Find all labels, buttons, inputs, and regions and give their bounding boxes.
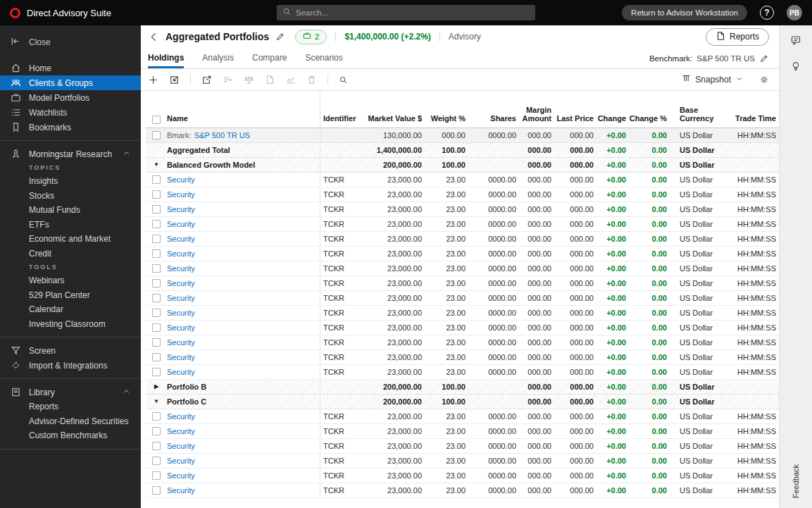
sidebar-item-advisor-defined-securities[interactable]: Advisor-Defined Securities xyxy=(0,414,141,429)
table-row-security[interactable]: SecurityTCKR23,000.0023.000000.00000.000… xyxy=(146,306,779,321)
security-link[interactable]: Security xyxy=(167,442,198,450)
table-row-security[interactable]: SecurityTCKR23,000.0023.000000.00000.000… xyxy=(146,291,779,306)
table-row-security[interactable]: SecurityTCKR23,000.0023.000000.00000.000… xyxy=(146,247,779,261)
row-checkbox[interactable] xyxy=(152,131,161,140)
row-checkbox[interactable] xyxy=(152,457,161,465)
tab-compare[interactable]: Compare xyxy=(252,48,287,68)
chart-button[interactable] xyxy=(285,75,296,85)
table-row-security[interactable]: SecurityTCKR23,000.0023.000000.00000.000… xyxy=(146,173,779,187)
table-row-security[interactable]: SecurityTCKR23,000.0023.000000.00000.000… xyxy=(146,232,779,247)
global-search[interactable] xyxy=(277,5,535,20)
sidebar-item-webinars[interactable]: Webinars xyxy=(0,273,141,288)
table-row-security[interactable]: SecurityTCKR23,000.0023.000000.00000.000… xyxy=(146,187,779,202)
import-button[interactable] xyxy=(169,75,180,85)
row-checkbox[interactable] xyxy=(152,486,161,495)
tab-analysis[interactable]: Analysis xyxy=(202,48,234,68)
sidebar-item-morningstar-research[interactable]: Morningstar Research xyxy=(0,147,141,161)
back-button[interactable] xyxy=(148,31,160,43)
sidebar-item-calendar[interactable]: Calendar xyxy=(0,302,141,317)
feedback-tab[interactable]: Feedback xyxy=(792,464,800,498)
security-link[interactable]: Security xyxy=(167,205,198,213)
table-row-portfolio-c[interactable]: ▼Portfolio C200,000.00100.00000.00000.00… xyxy=(146,395,779,409)
comments-icon[interactable] xyxy=(790,35,801,49)
collapse-group-icon[interactable]: ▼ xyxy=(154,162,159,168)
security-link[interactable]: Security xyxy=(167,368,198,376)
table-row-security[interactable]: SecurityTCKR23,000.0023.000000.00000.000… xyxy=(146,469,779,483)
snapshot-view-selector[interactable]: Snapshot xyxy=(682,74,744,85)
tab-holdings[interactable]: Holdings xyxy=(148,48,184,68)
row-checkbox[interactable] xyxy=(152,220,161,228)
sidebar-item-screen[interactable]: Screen xyxy=(0,343,141,358)
security-link[interactable]: Security xyxy=(167,412,198,421)
table-row-security[interactable]: SecurityTCKR23,000.0023.000000.00000.000… xyxy=(146,335,779,350)
row-checkbox[interactable] xyxy=(152,264,161,273)
select-all-checkbox[interactable] xyxy=(152,116,161,124)
security-link[interactable]: Security xyxy=(167,220,198,228)
sidebar-item-investing-classroom[interactable]: Investing Classroom xyxy=(0,317,141,332)
gear-icon[interactable] xyxy=(759,75,769,85)
row-checkbox[interactable] xyxy=(152,442,161,450)
sidebar-item-clients-groups[interactable]: Clients & Groups xyxy=(0,75,141,90)
row-checkbox[interactable] xyxy=(152,279,161,287)
security-link[interactable]: Security xyxy=(167,264,198,273)
row-checkbox[interactable] xyxy=(152,205,161,213)
security-link[interactable]: Security xyxy=(167,235,198,243)
rebalance-button[interactable] xyxy=(244,75,254,85)
table-row-security[interactable]: SecurityTCKR23,000.0023.000000.00000.000… xyxy=(146,202,779,217)
security-link[interactable]: Security xyxy=(167,486,198,495)
table-row-security[interactable]: SecurityTCKR23,000.0023.000000.00000.000… xyxy=(146,424,779,439)
row-checkbox[interactable] xyxy=(152,249,161,258)
return-to-workstation-button[interactable]: Return to Advisor Workstation xyxy=(622,5,747,20)
table-row-s-p-500-tr-us[interactable]: Bmark: S&P 500 TR US130,000.00000.000000… xyxy=(146,128,779,143)
row-checkbox[interactable] xyxy=(152,309,161,317)
add-button[interactable] xyxy=(148,75,158,85)
security-link[interactable]: Security xyxy=(167,323,198,332)
collapse-group-icon[interactable]: ▼ xyxy=(154,399,159,404)
sidebar-item-reports[interactable]: Reports xyxy=(0,399,141,414)
security-link[interactable]: Security xyxy=(167,457,198,465)
table-row-security[interactable]: SecurityTCKR23,000.0023.000000.00000.000… xyxy=(146,350,779,365)
sidebar-item-stocks[interactable]: Stocks xyxy=(0,189,141,204)
add-to-list-button[interactable] xyxy=(223,75,233,85)
lightbulb-icon[interactable] xyxy=(790,61,801,75)
sidebar-close-button[interactable]: Close xyxy=(0,25,141,49)
security-link[interactable]: Security xyxy=(167,353,198,361)
security-link[interactable]: Security xyxy=(167,471,198,480)
help-icon[interactable]: ? xyxy=(760,6,774,20)
sidebar-item-watchlists[interactable]: Watchlists xyxy=(0,105,141,120)
reports-button[interactable]: Reports xyxy=(706,28,769,46)
row-checkbox[interactable] xyxy=(152,427,161,435)
table-row-security[interactable]: SecurityTCKR23,000.0023.000000.00000.000… xyxy=(146,365,779,380)
table-row-security[interactable]: SecurityTCKR23,000.0023.000000.00000.000… xyxy=(146,261,779,276)
global-search-input[interactable] xyxy=(296,8,521,17)
edit-benchmark-icon[interactable] xyxy=(759,54,769,63)
sidebar-item-home[interactable]: Home xyxy=(0,61,141,75)
portfolio-count-badge[interactable]: 2 xyxy=(295,30,327,44)
table-row-aggregated-total[interactable]: Aggregated Total1,400,000.00100.00000.00… xyxy=(146,143,779,158)
row-checkbox[interactable] xyxy=(152,190,161,199)
sidebar-item-library[interactable]: Library xyxy=(0,385,141,399)
row-checkbox[interactable] xyxy=(152,471,161,480)
benchmark-link[interactable]: S&P 500 TR US xyxy=(194,131,250,140)
sidebar-item-custom-benchmarks[interactable]: Custom Benchmarks xyxy=(0,428,141,443)
security-link[interactable]: Security xyxy=(167,338,198,347)
table-row-security[interactable]: SecurityTCKR23,000.0023.000000.00000.000… xyxy=(146,409,779,424)
table-row-security[interactable]: SecurityTCKR23,000.0023.000000.00000.000… xyxy=(146,439,779,454)
sidebar-item-economic-and-market[interactable]: Economic and Market xyxy=(0,232,141,247)
sidebar-item-etfs[interactable]: ETFs xyxy=(0,218,141,233)
security-link[interactable]: Security xyxy=(167,175,198,184)
security-link[interactable]: Security xyxy=(167,249,198,258)
table-row-security[interactable]: SecurityTCKR23,000.0023.000000.00000.000… xyxy=(146,483,779,498)
security-link[interactable]: Security xyxy=(167,309,198,317)
table-row-security[interactable]: SecurityTCKR23,000.0023.000000.00000.000… xyxy=(146,454,779,469)
row-checkbox[interactable] xyxy=(152,368,161,376)
sidebar-item-credit[interactable]: Credit xyxy=(0,247,141,261)
sidebar-item-529-plan-center[interactable]: 529 Plan Center xyxy=(0,288,141,303)
security-link[interactable]: Security xyxy=(167,427,198,435)
security-link[interactable]: Security xyxy=(167,279,198,287)
expand-group-icon[interactable]: ▶ xyxy=(154,384,158,390)
edit-title-icon[interactable] xyxy=(275,32,285,42)
report-button[interactable] xyxy=(265,75,275,85)
row-checkbox[interactable] xyxy=(152,235,161,243)
row-checkbox[interactable] xyxy=(152,412,161,421)
